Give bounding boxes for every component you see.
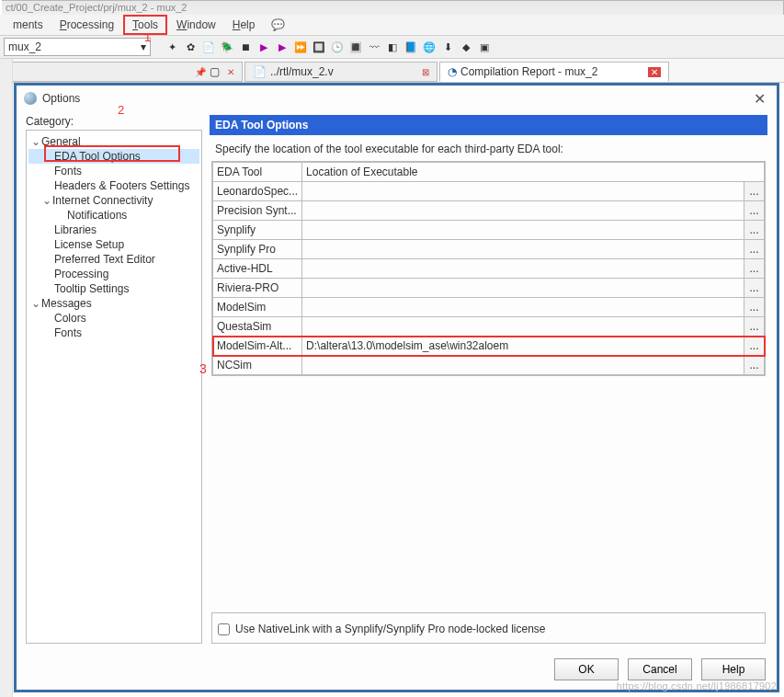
- close-icon[interactable]: ✕: [648, 67, 661, 77]
- category-tree[interactable]: ⌄General EDA Tool Options Fonts Headers …: [26, 130, 202, 644]
- row-leonardospectrum: LeonardoSpec......: [213, 182, 765, 201]
- nativelink-checkbox[interactable]: [218, 623, 230, 635]
- location-input[interactable]: [302, 221, 744, 240]
- col-tool: EDA Tool: [213, 163, 302, 182]
- browse-button[interactable]: ...: [744, 279, 765, 298]
- menu-item-processing[interactable]: Processing: [52, 17, 121, 33]
- help-button[interactable]: Help: [701, 658, 766, 680]
- pin-icon: 📌: [195, 67, 206, 77]
- panel-description: Specify the location of the tool executa…: [210, 135, 767, 161]
- tb-stop-icon[interactable]: ⏹: [237, 39, 254, 55]
- tree-eda-tool-options[interactable]: EDA Tool Options: [28, 149, 199, 164]
- panel-heading: EDA Tool Options: [210, 115, 767, 135]
- tree-msg-colors[interactable]: Colors: [28, 311, 199, 326]
- collapse-icon: ⌄: [30, 297, 41, 310]
- tb-gear-icon[interactable]: ✿: [182, 39, 199, 55]
- tree-license[interactable]: License Setup: [28, 237, 199, 252]
- main-toolbar: mux_2 ▾ ✦ ✿ 📄 🪲 ⏹ ▶ ▶ ⏩ 🔲 🕒 🔳 〰 ◧ 📘 🌐 ⬇ …: [0, 35, 784, 59]
- location-input[interactable]: [302, 317, 744, 337]
- row-modelsim-altera: ModelSim-Alt...D:\altera\13.0\modelsim_a…: [213, 337, 765, 356]
- location-input[interactable]: [302, 279, 744, 298]
- browse-button[interactable]: ...: [744, 259, 765, 279]
- tb-ff-icon[interactable]: ⏩: [292, 39, 309, 55]
- tb-wave-icon[interactable]: 〰: [366, 39, 382, 55]
- tb-gate-icon[interactable]: 🔲: [311, 39, 327, 55]
- menu-item-window[interactable]: Window: [169, 17, 223, 33]
- cancel-button[interactable]: Cancel: [628, 658, 692, 680]
- tree-messages[interactable]: ⌄Messages: [28, 296, 199, 311]
- tree-fonts[interactable]: Fonts: [28, 164, 199, 178]
- tb-bug-icon[interactable]: 🪲: [219, 39, 235, 55]
- browse-button[interactable]: ...: [744, 337, 765, 356]
- location-input[interactable]: [302, 182, 744, 201]
- tree-msg-fonts[interactable]: Fonts: [28, 326, 199, 340]
- tree-tooltip[interactable]: Tooltip Settings: [28, 281, 199, 296]
- tools-grid: EDA Tool Location of Executable Leonardo…: [211, 161, 766, 376]
- entity-combo-value: mux_2: [8, 40, 41, 53]
- tb-chip-icon[interactable]: 🔳: [347, 39, 364, 55]
- tb-shield-icon[interactable]: ◆: [458, 39, 474, 55]
- browse-button[interactable]: ...: [744, 240, 765, 259]
- dialog-title-text: Options: [42, 92, 80, 105]
- location-input[interactable]: [302, 240, 744, 259]
- location-input[interactable]: [302, 356, 744, 375]
- row-ncsim: NCSim...: [213, 356, 765, 375]
- tb-doc-icon[interactable]: 📄: [200, 39, 217, 55]
- tab-rtl-file[interactable]: 📄 ../rtl/mux_2.v ⊠: [244, 62, 437, 82]
- tab-home[interactable]: 📌 ▢ ✕: [4, 62, 243, 82]
- entity-combo[interactable]: mux_2 ▾: [4, 38, 151, 56]
- browse-button[interactable]: ...: [744, 356, 765, 375]
- tb-clock-icon[interactable]: 🕒: [329, 39, 346, 55]
- tab-compilation-report[interactable]: ◔ Compilation Report - mux_2 ✕: [439, 62, 669, 82]
- left-dock-strip: [0, 59, 13, 697]
- tb-play2-icon[interactable]: ▶: [274, 39, 290, 55]
- location-input[interactable]: [302, 201, 744, 221]
- menu-item-ments[interactable]: ments: [6, 17, 51, 33]
- options-globe-icon: [24, 92, 37, 105]
- row-synplify-pro: Synplify Pro...: [213, 240, 765, 259]
- tb-report-icon[interactable]: 📘: [403, 39, 419, 55]
- tb-play-icon[interactable]: ▶: [256, 39, 272, 55]
- tb-globe-icon[interactable]: 🌐: [421, 39, 437, 55]
- tree-headers-footers[interactable]: Headers & Footers Settings: [28, 178, 199, 193]
- location-input[interactable]: [302, 259, 744, 279]
- help-balloon-icon[interactable]: 💬: [264, 17, 292, 33]
- editor-tabbar: 📌 ▢ ✕ 📄 ../rtl/mux_2.v ⊠ ◔ Compilation R…: [0, 59, 784, 83]
- location-input[interactable]: D:\altera\13.0\modelsim_ase\win32aloem: [302, 337, 744, 356]
- browse-button[interactable]: ...: [744, 298, 765, 317]
- close-icon[interactable]: ⊠: [422, 67, 429, 77]
- row-active-hdl: Active-HDL...: [213, 259, 765, 279]
- tb-misc-icon[interactable]: ▣: [476, 39, 493, 55]
- tab-rtl-label: ../rtl/mux_2.v: [270, 65, 334, 78]
- tree-internet[interactable]: ⌄Internet Connectivity: [28, 193, 199, 208]
- ok-button[interactable]: OK: [554, 658, 619, 680]
- menubar: ments Processing Tools Window Help 💬: [0, 15, 784, 35]
- options-dialog: Options ✕ 2 Category: ⌄General EDA Tool …: [17, 86, 777, 690]
- browse-button[interactable]: ...: [744, 201, 765, 221]
- tb-download-icon[interactable]: ⬇: [439, 39, 456, 55]
- report-icon: ◔: [448, 65, 457, 78]
- tb-cube-icon[interactable]: ◧: [384, 39, 401, 55]
- browse-button[interactable]: ...: [744, 317, 765, 337]
- tree-text-editor[interactable]: Preferred Text Editor: [28, 252, 199, 267]
- nativelink-label: Use NativeLink with a Synplify/Synplify …: [235, 623, 546, 635]
- col-location: Location of Executable: [302, 163, 765, 182]
- browse-button[interactable]: ...: [744, 221, 765, 240]
- row-riviera-pro: Riviera-PRO...: [213, 279, 765, 298]
- tb-wand-icon[interactable]: ✦: [164, 39, 180, 55]
- close-icon[interactable]: ✕: [227, 67, 234, 77]
- row-questasim: QuestaSim...: [213, 317, 765, 337]
- tab-report-label: Compilation Report - mux_2: [460, 65, 597, 78]
- row-modelsim: ModelSim...: [213, 298, 765, 317]
- annotation-1: 1: [144, 30, 151, 44]
- dialog-titlebar: Options ✕: [17, 86, 777, 111]
- location-input[interactable]: [302, 298, 744, 317]
- tree-notifications[interactable]: Notifications: [28, 208, 199, 223]
- tree-libraries[interactable]: Libraries: [28, 223, 199, 237]
- tree-processing[interactable]: Processing: [28, 267, 199, 281]
- browse-button[interactable]: ...: [744, 182, 765, 201]
- options-dialog-frame: Options ✕ 2 Category: ⌄General EDA Tool …: [14, 83, 779, 692]
- menu-item-help[interactable]: Help: [225, 17, 263, 33]
- dialog-close-button[interactable]: ✕: [750, 90, 769, 108]
- tree-general[interactable]: ⌄General: [28, 134, 199, 149]
